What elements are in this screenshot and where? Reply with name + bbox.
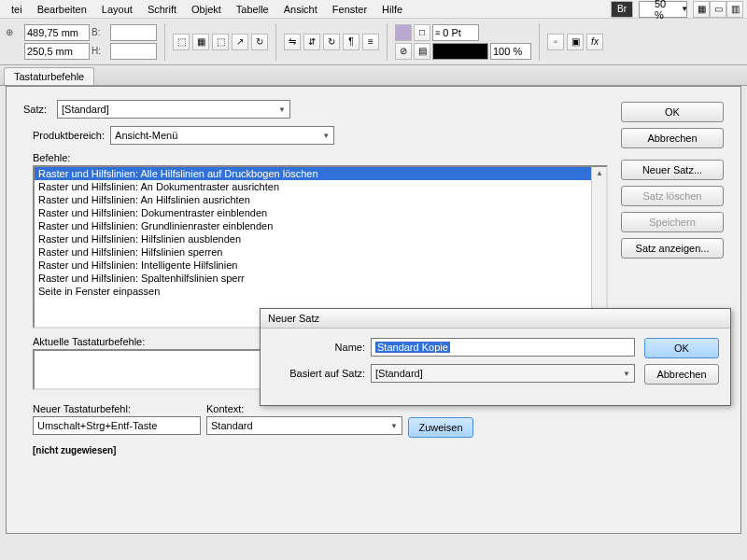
- modal-ok-button[interactable]: OK: [644, 338, 719, 358]
- zoom-dropdown[interactable]: 50 %▼: [639, 1, 687, 18]
- menu-layout[interactable]: Layout: [94, 2, 140, 17]
- tool-icon[interactable]: ⬚: [173, 34, 190, 50]
- list-item[interactable]: Raster und Hilfslinien: Dokumentraster e…: [35, 206, 606, 219]
- not-assigned-status: [nicht zugewiesen]: [33, 445, 608, 455]
- list-item[interactable]: Raster und Hilfslinien: Alle Hilfslinien…: [35, 167, 606, 180]
- menu-schrift[interactable]: Schrift: [140, 2, 184, 17]
- ok-button[interactable]: OK: [621, 102, 724, 122]
- tool-icon[interactable]: ▦: [192, 34, 209, 50]
- context-dropdown[interactable]: Standard▼: [206, 416, 402, 435]
- modal-title: Neuer Satz: [261, 309, 730, 329]
- modal-cancel-button[interactable]: Abbrechen: [644, 364, 719, 385]
- align-icon[interactable]: ≡: [362, 34, 379, 50]
- bridge-icon[interactable]: Br: [611, 1, 633, 18]
- menu-tabelle[interactable]: Tabelle: [229, 2, 276, 17]
- assign-button[interactable]: Zuweisen: [408, 417, 473, 438]
- list-item[interactable]: Raster und Hilfslinien: An Hilfslinien a…: [35, 193, 606, 206]
- scrollbar[interactable]: [591, 167, 606, 327]
- x-field[interactable]: 489,75 mm: [24, 24, 90, 41]
- name-input[interactable]: Standard Kopie: [371, 338, 635, 357]
- tab-shortcuts[interactable]: Tastaturbefehle: [4, 67, 94, 85]
- list-item[interactable]: Seite in Fenster einpassen: [35, 285, 606, 298]
- toolbar: ⊕489,75 mmB: 250,5 mmH: ⬚ ▦ ⬚ ↗ ↻ ⇋ ⇵ ↻ …: [0, 19, 747, 65]
- list-item[interactable]: Raster und Hilfslinien: Intelligente Hil…: [35, 259, 606, 272]
- flip-v-icon[interactable]: ⇵: [303, 34, 320, 50]
- b-label: B:: [92, 27, 108, 37]
- view-mode-icon[interactable]: ▦: [693, 1, 710, 18]
- list-item[interactable]: Raster und Hilfslinien: Hilfslinien ausb…: [35, 232, 606, 245]
- set-label: Satz:: [23, 104, 51, 115]
- product-area-label: Produktbereich:: [33, 130, 105, 141]
- list-item[interactable]: Raster und Hilfslinien: Spaltenhilfslini…: [35, 272, 606, 285]
- menu-objekt[interactable]: Objekt: [184, 2, 229, 17]
- no-fill-icon[interactable]: ⊘: [395, 43, 412, 60]
- stroke-style[interactable]: [432, 43, 488, 60]
- list-item[interactable]: Raster und Hilfslinien: Hilfslinien sper…: [35, 245, 606, 259]
- new-set-modal: Neuer Satz Name: Standard Kopie Basiert …: [260, 308, 731, 406]
- tab-strip: Tastaturbefehle: [0, 65, 747, 86]
- save-button[interactable]: Speichern: [621, 212, 724, 232]
- delete-set-button[interactable]: Satz löschen: [621, 186, 724, 206]
- show-set-button[interactable]: Satz anzeigen...: [621, 238, 724, 259]
- based-on-label: Basiert auf Satz:: [272, 368, 365, 379]
- stroke-swatch[interactable]: □: [414, 24, 430, 41]
- product-area-dropdown[interactable]: Ansicht-Menü▼: [110, 126, 334, 145]
- menu-fenster[interactable]: Fenster: [325, 2, 374, 17]
- name-label: Name:: [272, 342, 365, 353]
- list-item[interactable]: Raster und Hilfslinien: Grundlinienraste…: [35, 219, 606, 232]
- fill-swatch[interactable]: [395, 24, 412, 41]
- effects-icon[interactable]: ▫: [547, 34, 564, 50]
- tool-icon[interactable]: ↗: [232, 34, 248, 50]
- tool-icon[interactable]: ↻: [251, 34, 268, 50]
- stroke-weight[interactable]: ≡ 0 Pt: [432, 24, 479, 41]
- menu-bearbeiten[interactable]: Bearbeiten: [30, 2, 94, 17]
- w-field[interactable]: [110, 24, 157, 41]
- list-item[interactable]: Raster und Hilfslinien: An Dokumentraste…: [35, 180, 606, 193]
- rotate-icon[interactable]: ↻: [323, 34, 340, 50]
- wrap-icon[interactable]: ▣: [567, 34, 584, 50]
- paragraph-icon[interactable]: ¶: [343, 34, 359, 50]
- opacity-field[interactable]: 100 %: [490, 43, 531, 60]
- h-label: H:: [92, 46, 108, 56]
- y-field[interactable]: 250,5 mm: [24, 43, 90, 60]
- based-on-dropdown[interactable]: [Standard]▼: [371, 364, 635, 383]
- commands-listbox[interactable]: Raster und Hilfslinien: Alle Hilfslinien…: [33, 165, 608, 329]
- h-field[interactable]: [110, 43, 157, 60]
- commands-label: Befehle:: [33, 152, 608, 163]
- set-dropdown[interactable]: [Standard]▼: [57, 100, 290, 119]
- arrange-icon[interactable]: ▥: [726, 1, 743, 18]
- fx-icon[interactable]: fx: [586, 34, 603, 50]
- gradient-icon[interactable]: ▤: [414, 43, 430, 60]
- menu-hilfe[interactable]: Hilfe: [374, 2, 410, 17]
- menubar: tei Bearbeiten Layout Schrift Objekt Tab…: [0, 0, 747, 19]
- new-shortcut-input[interactable]: Umschalt+Strg+Entf-Taste: [33, 416, 201, 435]
- x-label: ⊕: [6, 27, 22, 37]
- cancel-button[interactable]: Abbrechen: [621, 128, 724, 148]
- new-shortcut-label: Neuer Tastaturbefehl:: [33, 403, 201, 414]
- tool-icon[interactable]: ⬚: [212, 34, 229, 50]
- flip-h-icon[interactable]: ⇋: [284, 34, 301, 50]
- menu-ansicht[interactable]: Ansicht: [276, 2, 325, 17]
- menu-datei[interactable]: tei: [4, 2, 30, 17]
- screen-mode-icon[interactable]: ▭: [710, 1, 726, 18]
- new-set-button[interactable]: Neuer Satz...: [621, 160, 724, 180]
